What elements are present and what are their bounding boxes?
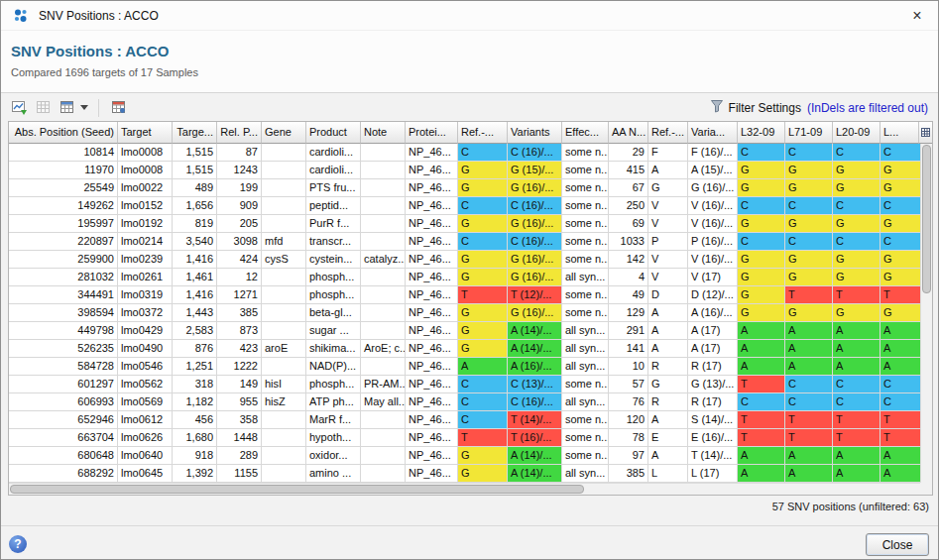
cell-refaa: V xyxy=(648,269,688,286)
cell-target: lmo0569 xyxy=(118,393,173,411)
column-header-aan[interactable]: AA N... xyxy=(609,122,648,144)
cell-abs: 10814 xyxy=(9,144,118,162)
cell-s4: C xyxy=(880,144,920,162)
column-header-ref[interactable]: Ref.-... xyxy=(458,122,508,144)
cell-varaa: A (17) xyxy=(688,340,738,358)
column-header-target[interactable]: Target xyxy=(118,122,173,144)
cell-ref: G xyxy=(458,179,508,197)
table-header-row: Abs. Position (Seed)TargetTarge...Rel. P… xyxy=(9,122,932,144)
table-row[interactable]: 601297lmo0562318149hisIphosph...PR-AM...… xyxy=(9,376,920,393)
table-row[interactable]: 606993lmo05691,182955hisZATP ph...May al… xyxy=(9,393,920,411)
table-row[interactable]: 680648lmo0640918289oxidor...NP_46...GA (… xyxy=(9,447,920,465)
cell-tlen: 1,416 xyxy=(173,286,217,304)
cell-relp: 1448 xyxy=(217,429,262,447)
table-view-icon[interactable] xyxy=(57,98,76,118)
cell-s3: A xyxy=(833,358,880,376)
cell-aan: 142 xyxy=(609,251,648,269)
close-button[interactable]: Close xyxy=(866,533,929,556)
column-header-abs[interactable]: Abs. Position (Seed) xyxy=(9,122,118,144)
cell-note xyxy=(361,233,406,251)
table-row[interactable]: 11970lmo00081,5151243cardioli...NP_46...… xyxy=(9,162,920,179)
cell-varaa: A (15)/... xyxy=(688,162,738,179)
table-row[interactable]: 688292lmo06451,3921155amino ...NP_46...G… xyxy=(9,465,920,483)
column-header-relp[interactable]: Rel. P... xyxy=(217,122,262,144)
cell-aan: 250 xyxy=(609,197,648,215)
table-row[interactable]: 449798lmo04292,583873sugar ...NP_46...GA… xyxy=(9,322,920,340)
table-row[interactable]: 220897lmo02143,5403098mfdtranscr...NP_46… xyxy=(9,233,920,251)
cell-variants: C (16)/... xyxy=(508,393,562,411)
cell-protein: NP_46... xyxy=(406,447,458,465)
cell-product: cystein... xyxy=(306,251,361,269)
cell-s1: A xyxy=(738,322,785,340)
cell-abs: 195997 xyxy=(9,215,118,233)
column-header-refaa[interactable]: Ref.-... xyxy=(648,122,688,144)
cell-varaa: V (16)/... xyxy=(688,251,738,269)
table-row[interactable]: 398594lmo03721,443385beta-gl...NP_46...G… xyxy=(9,304,920,322)
cell-product: PurR f... xyxy=(306,215,361,233)
cell-target: lmo0626 xyxy=(118,429,173,447)
filter-settings-button[interactable]: Filter Settings xyxy=(710,99,801,116)
snv-table: Abs. Position (Seed)TargetTarge...Rel. P… xyxy=(8,121,933,496)
help-icon[interactable]: ? xyxy=(9,535,27,553)
table-row[interactable]: 195997lmo0192819205PurR f...NP_46...GG (… xyxy=(9,215,920,233)
table-body: 10814lmo00081,51587cardioli...NP_46...CC… xyxy=(9,144,920,483)
cell-refaa: R xyxy=(648,393,688,411)
column-header-gene[interactable]: Gene xyxy=(262,122,306,144)
cell-tlen: 1,656 xyxy=(173,197,217,215)
column-header-variants[interactable]: Variants xyxy=(508,122,562,144)
cell-abs: 584728 xyxy=(9,358,118,376)
cell-s4: G xyxy=(880,162,920,179)
column-header-s1[interactable]: L32-09 xyxy=(738,122,785,144)
column-header-s2[interactable]: L71-09 xyxy=(785,122,833,144)
copy-table-icon[interactable] xyxy=(33,98,53,118)
cell-refaa: V xyxy=(648,215,688,233)
table-row[interactable]: 281032lmo02611,46112phosph...NP_46...GG … xyxy=(9,269,920,286)
cell-refaa: L xyxy=(648,465,688,483)
table-row[interactable]: 663704lmo06261,6801448hypoth...NP_46...T… xyxy=(9,429,920,447)
vertical-scrollbar-thumb[interactable] xyxy=(922,145,931,293)
cell-variants: C (16)/... xyxy=(508,233,562,251)
table-row[interactable]: 584728lmo05461,2511222NAD(P)...NP_46...A… xyxy=(9,358,920,376)
column-header-effect[interactable]: Effec... xyxy=(562,122,609,144)
cell-aan: 4 xyxy=(609,269,648,286)
column-header-note[interactable]: Note xyxy=(361,122,406,144)
table-row[interactable]: 652946lmo0612456358MarR f...NP_46...CT (… xyxy=(9,411,920,429)
column-header-s3[interactable]: L20-09 xyxy=(833,122,880,144)
cell-variants: G (16)/... xyxy=(508,269,562,286)
title-bar[interactable]: SNV Positions : ACCO × xyxy=(1,1,938,31)
cell-tlen: 318 xyxy=(173,376,217,393)
cell-gene xyxy=(262,179,306,197)
table-row[interactable]: 259900lmo02391,416424cysScystein...catal… xyxy=(9,251,920,269)
column-header-tlen[interactable]: Targe... xyxy=(173,122,217,144)
table-row[interactable]: 149262lmo01521,656909peptid...NP_46...CC… xyxy=(9,197,920,215)
table-view-caret-icon[interactable] xyxy=(80,98,89,118)
table-row[interactable]: 526235lmo0490876423aroEshikima...AroE; c… xyxy=(9,340,920,358)
cell-effect: some n... xyxy=(562,251,609,269)
cell-variants: G (15)/... xyxy=(508,162,562,179)
table-row[interactable]: 344491lmo03191,4161271phosph...NP_46...T… xyxy=(9,286,920,304)
table-row[interactable]: 25549lmo0022489199PTS fru...NP_46...GG (… xyxy=(9,179,920,197)
column-header-product[interactable]: Product xyxy=(306,122,361,144)
toolbar-right: Filter Settings (InDels are filtered out… xyxy=(710,99,930,116)
column-header-protein[interactable]: Protei... xyxy=(406,122,458,144)
cell-abs: 526235 xyxy=(9,340,118,358)
cell-ref: G xyxy=(458,447,508,465)
column-header-varaa[interactable]: Varia... xyxy=(688,122,738,144)
cell-s4: A xyxy=(880,358,920,376)
cell-variants: T (16)/... xyxy=(508,429,562,447)
table-config-icon[interactable] xyxy=(918,122,932,144)
scrollbar-corner xyxy=(920,483,932,495)
cell-refaa: G xyxy=(648,376,688,393)
export-graphics-icon[interactable] xyxy=(9,98,29,118)
filter-table-icon[interactable] xyxy=(108,98,128,118)
cell-s4: T xyxy=(880,429,920,447)
cell-aan: 76 xyxy=(609,393,648,411)
cell-protein: NP_46... xyxy=(406,251,458,269)
window-close-button[interactable]: × xyxy=(906,5,928,27)
cell-tlen: 2,583 xyxy=(173,322,217,340)
table-row[interactable]: 10814lmo00081,51587cardioli...NP_46...CC… xyxy=(9,144,920,162)
horizontal-scrollbar-thumb[interactable] xyxy=(10,485,584,494)
horizontal-scrollbar[interactable] xyxy=(9,483,920,495)
vertical-scrollbar[interactable] xyxy=(920,144,932,483)
cell-gene xyxy=(262,162,306,179)
